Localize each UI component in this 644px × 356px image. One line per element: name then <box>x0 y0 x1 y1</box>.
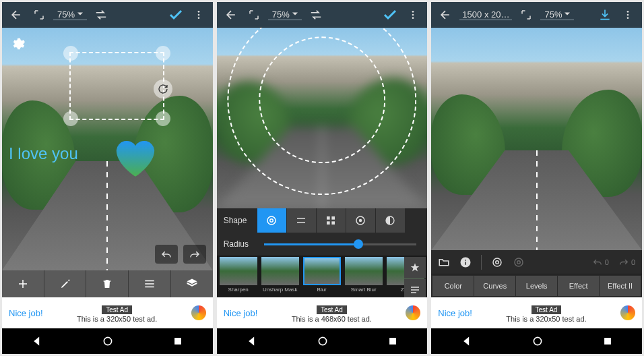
android-nav <box>2 328 213 354</box>
svg-rect-11 <box>332 216 335 220</box>
confirm-button[interactable] <box>381 6 399 24</box>
back-button[interactable] <box>7 6 25 24</box>
shape-dot-button[interactable] <box>346 208 376 233</box>
tab-color[interactable]: Color <box>432 276 474 296</box>
confirm-button[interactable] <box>167 6 185 24</box>
ad-logo-icon <box>406 305 420 320</box>
layers-button[interactable] <box>171 270 213 297</box>
shape-row: Shape <box>217 208 428 233</box>
add-button[interactable] <box>2 270 44 297</box>
nav-recent[interactable] <box>603 336 612 346</box>
dimensions-label[interactable]: 1500 x 20… <box>459 9 512 20</box>
screen-blur-effect: 75% Shape Radius Sharpen Unsharp Mask Bl… <box>217 2 428 354</box>
svg-point-20 <box>627 13 629 16</box>
svg-point-21 <box>627 17 629 19</box>
zoom-value: 75% <box>544 9 562 20</box>
list-button[interactable] <box>129 270 170 297</box>
trash-button[interactable] <box>86 270 128 297</box>
download-button[interactable] <box>596 6 614 24</box>
nav-back[interactable] <box>247 336 257 347</box>
svg-point-1 <box>197 13 199 16</box>
crop-icon[interactable] <box>30 6 48 24</box>
nav-recent[interactable] <box>388 336 397 346</box>
nav-back[interactable] <box>32 336 42 347</box>
shape-band-button[interactable] <box>287 208 317 233</box>
crop-icon[interactable] <box>517 6 535 24</box>
svg-point-25 <box>515 258 523 266</box>
handle-br[interactable] <box>156 111 170 126</box>
back-button[interactable] <box>437 6 454 24</box>
handle-bl[interactable] <box>63 111 78 126</box>
text-overlay[interactable]: I love you <box>9 144 78 163</box>
tab-levels[interactable]: Levels <box>516 276 557 296</box>
nav-home[interactable] <box>532 336 543 347</box>
thumb-blur[interactable]: Blur <box>302 257 342 293</box>
tab-curves[interactable]: Curves <box>474 276 515 296</box>
adjust-tabs: Color Curves Levels Effect Effect II <box>431 274 642 297</box>
zoom-dropdown[interactable]: 75% <box>268 9 302 20</box>
ad-banner[interactable]: Nice job! Test AdThis is a 320x50 test a… <box>431 297 642 328</box>
shape-circle-button[interactable] <box>257 208 287 233</box>
zoom-dropdown[interactable]: 75% <box>540 9 574 20</box>
zoom-dropdown[interactable]: 75% <box>53 9 87 20</box>
heart-sticker[interactable] <box>112 134 159 178</box>
nav-back[interactable] <box>461 336 472 347</box>
list-button[interactable] <box>404 279 426 297</box>
svg-point-0 <box>197 11 199 13</box>
tab-effect2[interactable]: Effect II <box>600 276 641 296</box>
svg-rect-13 <box>332 221 335 225</box>
info-button[interactable] <box>459 256 472 268</box>
toolbar: 75% <box>2 2 213 28</box>
radius-slider[interactable] <box>264 243 417 245</box>
gear-icon[interactable] <box>9 34 28 53</box>
swap-icon[interactable] <box>92 6 110 24</box>
undo-button: 0 <box>592 258 609 266</box>
more-button[interactable] <box>619 6 637 24</box>
ad-text: This is a 320x50 test ad. <box>43 315 191 323</box>
handle-tl[interactable] <box>63 46 78 61</box>
ad-logo-icon <box>620 305 635 320</box>
canvas[interactable] <box>217 28 428 208</box>
rotate-handle[interactable] <box>154 80 172 98</box>
svg-rect-12 <box>327 221 330 225</box>
pencil-button[interactable] <box>44 270 86 297</box>
shape-grid-button[interactable] <box>317 208 346 233</box>
thumb-unsharp[interactable]: Unsharp Mask <box>260 257 300 293</box>
canvas[interactable]: I love you <box>2 28 213 270</box>
target-button[interactable] <box>491 256 503 268</box>
crop-icon[interactable] <box>245 6 263 24</box>
ad-badge: Test Ad <box>532 305 562 314</box>
thumb-sharpen[interactable]: Sharpen <box>218 257 259 293</box>
radius-label: Radius <box>217 239 257 249</box>
svg-point-27 <box>534 337 541 345</box>
star-button[interactable] <box>404 257 426 278</box>
redo-button[interactable] <box>183 245 206 264</box>
blur-radius-inner[interactable] <box>259 36 385 163</box>
more-button[interactable] <box>190 6 207 24</box>
undo-button[interactable] <box>155 245 178 264</box>
selection-box[interactable] <box>69 52 164 120</box>
swap-icon[interactable] <box>307 6 325 24</box>
back-button[interactable] <box>222 6 240 24</box>
svg-point-17 <box>319 337 326 345</box>
svg-point-24 <box>496 260 499 264</box>
svg-rect-18 <box>389 338 396 345</box>
ad-banner[interactable]: Nice job! Test AdThis is a 468x60 test a… <box>217 297 428 328</box>
canvas[interactable] <box>431 28 642 250</box>
nav-home[interactable] <box>317 336 328 347</box>
screen-editor-stickers: 75% I love you Nice job! Test AdThis is … <box>2 2 213 354</box>
nav-home[interactable] <box>102 336 113 347</box>
nav-recent[interactable] <box>173 336 183 346</box>
screen-adjust: 1500 x 20… 75% 0 0 Color Curves Levels E… <box>431 2 642 354</box>
ad-headline: Nice job! <box>224 308 258 318</box>
folder-button[interactable] <box>438 257 450 267</box>
svg-point-7 <box>412 17 414 19</box>
thumb-smartblur[interactable]: Smart Blur <box>344 257 384 293</box>
tab-effect[interactable]: Effect <box>558 276 599 296</box>
more-button[interactable] <box>404 6 422 24</box>
svg-point-26 <box>517 260 521 264</box>
shape-contrast-button[interactable] <box>376 208 406 233</box>
handle-tr[interactable] <box>156 46 170 61</box>
ad-banner[interactable]: Nice job! Test AdThis is a 320x50 test a… <box>2 297 213 328</box>
redo-button: 0 <box>618 258 635 266</box>
